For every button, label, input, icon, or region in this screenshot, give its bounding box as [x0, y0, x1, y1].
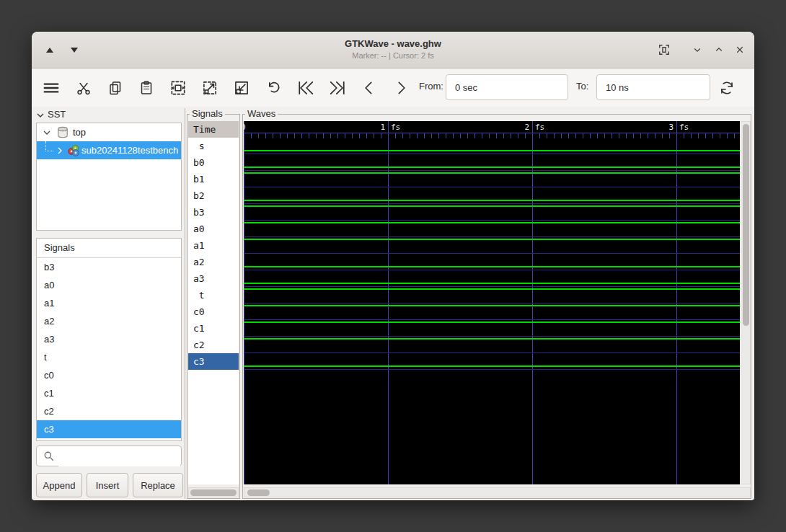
- list-item[interactable]: b3: [37, 258, 181, 276]
- ruler-minor-tick: [453, 133, 454, 138]
- ruler-minor-tick: [359, 133, 360, 138]
- zoom-out-button[interactable]: [229, 76, 255, 100]
- skip-to-end-button[interactable]: [324, 76, 350, 100]
- row-separator: [244, 270, 740, 270]
- maximize-button[interactable]: [710, 40, 728, 59]
- ruler-tick-label: 0: [244, 123, 246, 132]
- skip-to-start-button[interactable]: [293, 76, 319, 100]
- row-separator: [244, 236, 740, 237]
- ruler-minor-tick: [446, 133, 446, 138]
- zoom-in-button[interactable]: [197, 76, 223, 100]
- signal-name-row[interactable]: b0: [188, 154, 239, 171]
- ruler-minor-tick: [518, 133, 518, 138]
- signal-name-row[interactable]: b3: [188, 204, 239, 221]
- ruler-minor-tick: [669, 133, 670, 138]
- waves-hscrollbar[interactable]: [244, 487, 751, 497]
- search-input[interactable]: [58, 447, 180, 466]
- paste-button[interactable]: [133, 76, 159, 100]
- list-item[interactable]: a3: [37, 330, 181, 348]
- to-input[interactable]: [596, 74, 710, 100]
- signal-name-row[interactable]: s: [188, 138, 239, 154]
- cut-button[interactable]: [71, 76, 97, 100]
- shift-left-button[interactable]: [356, 76, 382, 100]
- ruler-minor-tick: [258, 133, 259, 138]
- insert-button[interactable]: Insert: [87, 473, 128, 497]
- fullscreen-button[interactable]: [655, 40, 674, 59]
- ruler-minor-tick: [352, 133, 353, 138]
- undo-button[interactable]: [260, 76, 286, 100]
- signal-name-row[interactable]: c2: [188, 337, 239, 353]
- signals-frame: Signals Time sb0b1b2b3a0a1a2a3 tc0c1c2c3: [187, 114, 240, 499]
- replace-button[interactable]: Replace: [133, 473, 183, 497]
- copy-button[interactable]: [102, 76, 128, 100]
- list-item[interactable]: c1: [37, 384, 181, 402]
- ruler-unit-label: fs: [679, 123, 689, 132]
- ruler-minor-tick: [626, 133, 627, 138]
- signal-name-row[interactable]: a0: [188, 221, 239, 237]
- shift-right-button[interactable]: [388, 76, 414, 100]
- ruler-minor-tick: [691, 133, 692, 138]
- signal-name-row[interactable]: t: [188, 287, 239, 303]
- wave-trace-b1: [244, 172, 740, 174]
- ruler-minor-tick: [539, 133, 540, 138]
- ruler-minor-tick: [402, 133, 403, 138]
- search-icon: [43, 450, 56, 463]
- signal-name-row[interactable]: b1: [188, 171, 239, 187]
- scrollbar-handle[interactable]: [247, 489, 270, 496]
- ruler-minor-tick: [727, 133, 728, 138]
- minimize-button[interactable]: [688, 40, 707, 59]
- signal-search-box[interactable]: [36, 445, 182, 466]
- ruler-minor-tick: [316, 133, 317, 138]
- database-icon: [57, 126, 69, 138]
- tree-expander-down-icon: [43, 128, 51, 137]
- scrollbar-handle[interactable]: [743, 124, 749, 326]
- signal-name-row[interactable]: a2: [188, 254, 239, 270]
- sst-expander-icon[interactable]: [36, 111, 45, 120]
- ruler-minor-tick: [374, 133, 374, 138]
- row-separator: [244, 336, 740, 337]
- signal-name-row[interactable]: c1: [188, 320, 239, 337]
- toolbar: From: To:: [32, 68, 754, 107]
- signal-name-row[interactable]: b2: [188, 187, 239, 204]
- ruler-minor-tick: [575, 133, 576, 138]
- zoom-fit-button[interactable]: [165, 76, 191, 100]
- signal-name-row[interactable]: a1: [188, 237, 239, 254]
- signal-name-row[interactable]: a3: [188, 270, 239, 287]
- list-item[interactable]: c0: [37, 366, 181, 384]
- titlebar[interactable]: GTKWave - wave.ghw Marker: -- | Cursor: …: [32, 32, 754, 68]
- pane-divider[interactable]: [185, 108, 185, 499]
- wave-canvas[interactable]: 01fs2fs3fs: [244, 121, 740, 484]
- from-label: From:: [419, 81, 443, 92]
- reload-button[interactable]: [714, 76, 740, 100]
- list-item[interactable]: t: [37, 348, 181, 366]
- list-item[interactable]: a1: [37, 294, 181, 312]
- ruler-minor-tick: [424, 133, 425, 138]
- scrollbar-handle[interactable]: [190, 489, 237, 496]
- ruler-minor-tick: [410, 133, 410, 138]
- waves-vscrollbar[interactable]: [741, 121, 751, 484]
- sst-tree-row-top[interactable]: top: [37, 123, 181, 141]
- append-button[interactable]: Append: [36, 473, 82, 497]
- close-button[interactable]: [730, 40, 749, 59]
- signal-name-row[interactable]: c3: [188, 353, 239, 370]
- sst-tree-row-testbench[interactable]: sub20241128testbench: [37, 141, 181, 159]
- row-separator: [244, 203, 740, 204]
- row-separator: [244, 286, 740, 287]
- menu-button[interactable]: [38, 76, 64, 100]
- list-item[interactable]: c2: [37, 402, 181, 420]
- signal-name-row[interactable]: c0: [188, 303, 239, 320]
- row-separator: [244, 319, 740, 320]
- list-item[interactable]: a0: [37, 276, 181, 294]
- from-input[interactable]: [446, 74, 568, 100]
- skip-start-icon: [296, 78, 316, 98]
- signals-hscrollbar[interactable]: [188, 487, 239, 497]
- ruler-minor-tick: [604, 133, 605, 138]
- zoom-out-icon: [232, 79, 251, 97]
- list-item[interactable]: c3: [37, 420, 181, 438]
- ruler-tick-label: 3: [645, 123, 674, 132]
- row-separator: [244, 154, 740, 154]
- list-item[interactable]: a2: [37, 312, 181, 330]
- ruler-minor-tick: [395, 133, 396, 138]
- close-icon: [733, 43, 746, 56]
- ruler-minor-tick: [438, 133, 439, 138]
